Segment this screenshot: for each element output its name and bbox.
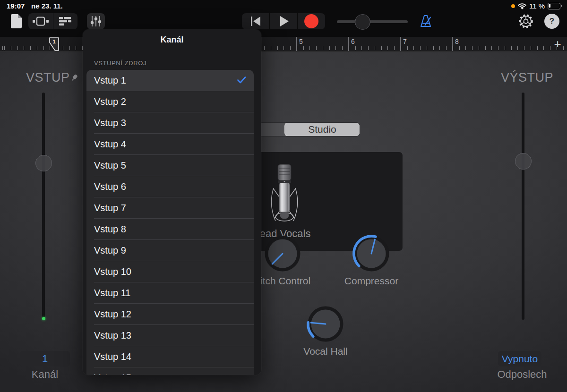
input-source-option[interactable]: Vstup 7 <box>86 197 254 219</box>
input-source-option[interactable]: Vstup 5 <box>86 155 254 176</box>
input-source-option-label: Vstup 4 <box>94 139 126 150</box>
ruler-bar-mark: 5 <box>296 37 297 51</box>
input-source-section-header: VSTUPNÍ ZDROJ <box>94 60 146 67</box>
monitor-label: Odposlech <box>487 368 558 381</box>
ruler-bar-number: 6 <box>351 38 355 45</box>
metronome-icon <box>420 15 432 28</box>
pitch-control-knob[interactable] <box>261 232 304 275</box>
ruler-bar-number: 7 <box>403 38 407 45</box>
input-source-option-label: Vstup 1 <box>94 75 126 86</box>
knob-dial <box>350 232 393 275</box>
settings-button[interactable] <box>518 13 534 29</box>
channel-button[interactable]: 1 <box>20 351 70 366</box>
gear-icon <box>518 14 533 29</box>
garageband-screen: 19:07 ne 23. 11. 11 % <box>0 0 567 392</box>
input-source-option[interactable]: Vstup 8 <box>86 219 254 240</box>
input-source-option[interactable]: Vstup 1 <box>86 70 254 91</box>
transport-controls <box>242 13 325 29</box>
input-source-option-label: Vstup 14 <box>94 351 131 362</box>
playhead-label: 1 <box>52 39 55 44</box>
add-track-button[interactable]: + <box>551 37 564 51</box>
metronome-button[interactable] <box>418 13 434 29</box>
channel-value: 1 <box>42 353 48 365</box>
input-source-option-label: Vstup 5 <box>94 160 126 171</box>
input-source-option[interactable]: Vstup 13 <box>86 325 254 346</box>
playhead-marker[interactable]: 1 <box>49 37 60 53</box>
vocal-hall-knob[interactable] <box>304 303 347 345</box>
input-source-option-label: Vstup 10 <box>94 266 131 277</box>
region-view-icon <box>33 17 49 26</box>
channel-label: Kanál <box>12 368 78 381</box>
input-source-option[interactable]: Vstup 2 <box>86 91 254 112</box>
volume-slider-thumb[interactable] <box>355 14 370 30</box>
recording-dot-icon <box>511 4 515 8</box>
monitor-button[interactable]: Vypnuto <box>498 351 541 366</box>
volume-slider[interactable] <box>337 20 408 23</box>
input-panel-title: VSTUP <box>26 70 70 85</box>
file-button[interactable] <box>9 13 25 29</box>
battery-icon <box>548 3 560 9</box>
vocal-hall-label: Vocal Hall <box>278 346 373 357</box>
rewind-button[interactable] <box>242 13 269 29</box>
input-source-list: Vstup 1Vstup 2Vstup 3Vstup 4Vstup 5Vstup… <box>86 70 254 375</box>
input-source-option[interactable]: Vstup 15 <box>86 367 254 375</box>
output-panel-title: VÝSTUP <box>501 70 553 85</box>
help-label: ? <box>550 17 554 26</box>
track-controls-button[interactable] <box>87 13 105 29</box>
ruler-bar-mark: 8 <box>452 37 453 51</box>
input-source-option-label: Vstup 12 <box>94 309 131 320</box>
checkmark-icon <box>237 75 246 86</box>
input-source-option[interactable]: Vstup 3 <box>86 112 254 134</box>
input-source-option-label: Vstup 2 <box>94 96 126 107</box>
status-date: ne 23. 11. <box>31 2 63 10</box>
output-fader-thumb[interactable] <box>515 153 532 170</box>
input-source-option-label: Vstup 6 <box>94 181 126 192</box>
mode-studio-segment[interactable]: Studio <box>285 123 360 136</box>
tracks-view-button[interactable] <box>53 13 78 29</box>
ruler-bar-mark: 6 <box>348 37 349 51</box>
play-button[interactable] <box>269 13 297 29</box>
mixer-faders-icon <box>90 15 102 27</box>
play-icon <box>280 16 289 26</box>
input-source-option[interactable]: Vstup 4 <box>86 134 254 155</box>
channel-popover: Kanál VSTUPNÍ ZDROJ Vstup 1Vstup 2Vstup … <box>83 29 261 375</box>
input-source-option[interactable]: Vstup 9 <box>86 240 254 261</box>
input-source-option[interactable]: Vstup 12 <box>86 304 254 325</box>
wifi-icon <box>518 3 526 9</box>
ruler-bar-number: 8 <box>455 38 459 45</box>
input-source-option[interactable]: Vstup 14 <box>86 346 254 367</box>
input-level-indicator <box>42 317 45 320</box>
input-source-option[interactable]: Vstup 10 <box>86 261 254 282</box>
battery-percent: 11 % <box>529 2 545 10</box>
record-icon <box>304 14 318 28</box>
input-source-option[interactable]: Vstup 11 <box>86 282 254 304</box>
knob-dial <box>261 232 304 275</box>
microphone-icon <box>270 163 299 226</box>
help-button[interactable]: ? <box>544 14 559 29</box>
input-source-option-label: Vstup 8 <box>94 224 126 235</box>
record-button[interactable] <box>297 13 325 29</box>
input-source-option[interactable]: Vstup 6 <box>86 176 254 197</box>
input-source-option-label: Vstup 13 <box>94 330 131 341</box>
input-source-option-label: Vstup 15 <box>94 373 131 375</box>
rewind-icon <box>250 16 261 26</box>
ruler-bar-mark: 7 <box>400 37 401 51</box>
compressor-label: Compressor <box>324 275 419 287</box>
input-fader-thumb[interactable] <box>35 155 52 171</box>
file-icon <box>10 14 23 29</box>
input-plug-icon[interactable] <box>69 73 79 83</box>
output-fader-track[interactable] <box>522 93 524 320</box>
input-source-option-label: Vstup 11 <box>94 288 130 298</box>
ruler-bar-number: 5 <box>299 38 303 45</box>
input-fader-track[interactable] <box>42 93 45 320</box>
monitor-value: Vypnuto <box>502 353 538 365</box>
popover-title: Kanál <box>83 35 261 45</box>
knob-dial <box>304 303 347 345</box>
view-segmented-control <box>28 13 77 29</box>
status-right: 11 % <box>511 2 560 10</box>
status-time: 19:07 <box>7 2 25 10</box>
region-view-button[interactable] <box>28 13 53 29</box>
compressor-knob[interactable] <box>350 232 393 275</box>
status-bar: 19:07 ne 23. 11. 11 % <box>0 0 567 11</box>
input-source-option-label: Vstup 3 <box>94 118 126 128</box>
